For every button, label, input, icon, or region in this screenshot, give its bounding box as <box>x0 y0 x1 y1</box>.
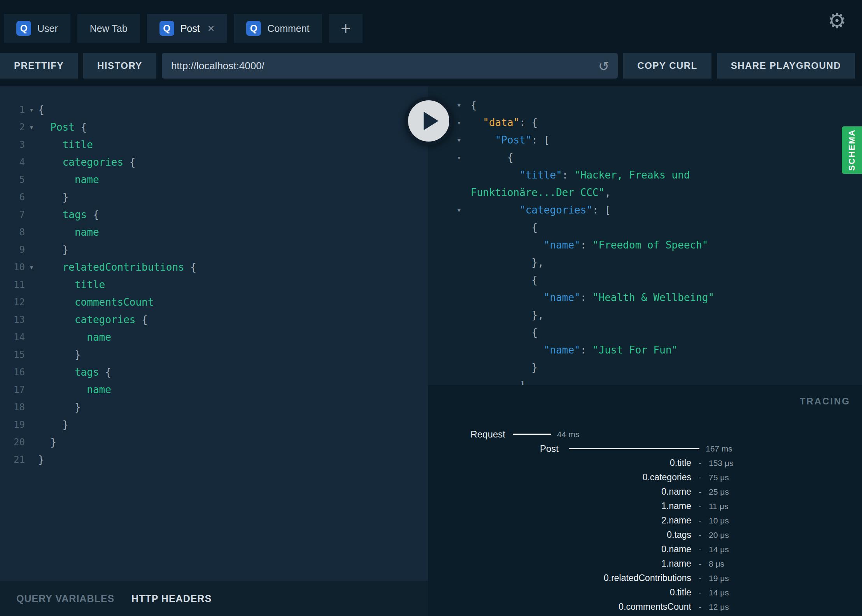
code-text: { <box>471 149 513 166</box>
trace-dash: - <box>699 528 701 542</box>
fold-arrow-icon[interactable]: ▾ <box>25 259 38 276</box>
copy-curl-button[interactable]: COPY CURL <box>623 53 711 79</box>
code-text: } <box>38 346 81 364</box>
settings-gear-icon[interactable]: ⚙ <box>828 10 846 31</box>
fold-arrow-icon[interactable]: ▾ <box>457 131 471 149</box>
query-editor-pane[interactable]: 1▾{2▾ Post {3 title4 categories {5 name6… <box>0 86 428 616</box>
trace-label: 0.title <box>670 585 691 600</box>
query-editor-line[interactable]: 3 title <box>0 136 428 154</box>
prettify-button[interactable]: PRETTIFY <box>0 53 78 79</box>
fold-spacer <box>25 311 38 329</box>
query-editor-line[interactable]: 5 name <box>0 171 428 189</box>
fold-spacer <box>25 294 38 311</box>
line-number: 21 <box>0 451 25 469</box>
query-editor-line[interactable]: 8 name <box>0 224 428 241</box>
line-number: 2 <box>0 119 25 136</box>
query-editor-line[interactable]: 2▾ Post { <box>0 119 428 136</box>
trace-dash: - <box>699 499 701 513</box>
trace-value: 44 ms <box>557 427 579 441</box>
fold-arrow-icon[interactable]: ▾ <box>25 101 38 119</box>
graphql-playground: Q User New Tab Q Post × Q Comment + ⚙ PR… <box>0 0 862 616</box>
request-toolbar: PRETTIFY HISTORY ↺ COPY CURL SHARE PLAYG… <box>0 53 855 79</box>
code-text: { <box>471 271 538 289</box>
query-editor-line[interactable]: 10▾ relatedContributions { <box>0 259 428 276</box>
query-editor-line[interactable]: 15 } <box>0 346 428 364</box>
line-number: 7 <box>0 206 25 224</box>
fold-spacer <box>457 271 471 289</box>
trace-value: 25 μs <box>709 485 729 499</box>
code-text: { <box>471 324 538 341</box>
tab-label: New Tab <box>90 23 128 34</box>
query-editor-line[interactable]: 11 title <box>0 276 428 294</box>
schema-tab-button[interactable]: SCHEMA <box>842 126 862 174</box>
trace-row: 0.name-25 μs <box>428 485 862 499</box>
query-editor-line[interactable]: 1▾{ <box>0 101 428 119</box>
reload-icon[interactable]: ↺ <box>598 58 610 74</box>
trace-dash: - <box>699 513 701 528</box>
fold-arrow-icon[interactable]: ▾ <box>457 114 471 131</box>
response-line: ▾ "categories": [ <box>428 201 862 219</box>
trace-row: 0.relatedContributions-19 μs <box>428 571 862 585</box>
fold-arrow-icon[interactable]: ▾ <box>457 149 471 166</box>
http-headers-tab[interactable]: HTTP HEADERS <box>131 593 212 604</box>
code-text: title <box>38 136 93 154</box>
fold-spacer <box>25 416 38 434</box>
tab-new-tab[interactable]: New Tab <box>77 14 140 43</box>
line-number: 15 <box>0 346 25 364</box>
fold-spacer <box>25 154 38 171</box>
trace-row: 0.commentsCount-12 μs <box>428 600 862 614</box>
query-editor-line[interactable]: 20 } <box>0 434 428 451</box>
trace-row: 0.categories-75 μs <box>428 470 862 485</box>
code-text: } <box>38 189 68 206</box>
history-button[interactable]: HISTORY <box>83 53 156 79</box>
endpoint-url-input[interactable] <box>171 60 593 72</box>
fold-arrow-icon[interactable]: ▾ <box>457 201 471 219</box>
query-editor-line[interactable]: 21} <box>0 451 428 469</box>
line-number: 17 <box>0 381 25 399</box>
trace-value: 75 μs <box>709 470 729 485</box>
query-editor-line[interactable]: 4 categories { <box>0 154 428 171</box>
tab-user[interactable]: Q User <box>4 14 70 43</box>
query-editor-line[interactable]: 16 tags { <box>0 364 428 381</box>
close-tab-icon[interactable]: × <box>208 22 215 35</box>
schema-tab-label: SCHEMA <box>847 129 857 171</box>
query-editor-line[interactable]: 6 } <box>0 189 428 206</box>
tab-post[interactable]: Q Post × <box>147 14 227 43</box>
share-playground-button[interactable]: SHARE PLAYGROUND <box>717 53 855 79</box>
response-viewer: ▾{▾ "data": {▾ "Post": [▾ { "title": "Ha… <box>428 86 862 385</box>
query-variables-tab[interactable]: QUERY VARIABLES <box>16 593 114 604</box>
trace-row: 0.title-14 μs <box>428 585 862 600</box>
query-editor-line[interactable]: 18 } <box>0 399 428 416</box>
add-tab-button[interactable]: + <box>329 14 363 43</box>
tab-comment[interactable]: Q Comment <box>234 14 322 43</box>
tracing-panel: TRACING Request44 msPost167 ms0.title-15… <box>428 385 862 616</box>
code-text: relatedContributions { <box>38 259 196 276</box>
fold-arrow-icon[interactable]: ▾ <box>457 96 471 114</box>
fold-spacer <box>457 254 471 271</box>
fold-spacer <box>25 346 38 364</box>
trace-dash: - <box>699 585 701 600</box>
query-editor-line[interactable]: 19 } <box>0 416 428 434</box>
query-editor-line[interactable]: 17 name <box>0 381 428 399</box>
trace-label: 0.commentsCount <box>618 600 691 614</box>
fold-spacer <box>25 399 38 416</box>
query-editor-line[interactable]: 13 categories { <box>0 311 428 329</box>
trace-value: 10 μs <box>709 513 729 528</box>
code-text: "data": { <box>471 114 538 131</box>
execute-query-button[interactable] <box>405 97 453 145</box>
response-line: "name": "Just For Fun" <box>428 341 862 359</box>
fold-spacer <box>457 184 471 201</box>
query-tab-icon: Q <box>16 21 31 36</box>
tracing-rows: Request44 msPost167 ms0.title-153 μs0.ca… <box>428 427 862 616</box>
fold-arrow-icon[interactable]: ▾ <box>25 119 38 136</box>
code-text: } <box>38 451 44 469</box>
query-editor-line[interactable]: 7 tags { <box>0 206 428 224</box>
response-line: "name": "Health & Wellbeing" <box>428 289 862 306</box>
query-editor-line[interactable]: 9 } <box>0 241 428 259</box>
query-editor-line[interactable]: 14 name <box>0 329 428 346</box>
endpoint-url-box: ↺ <box>162 53 618 79</box>
trace-dash: - <box>699 542 701 556</box>
query-editor-line[interactable]: 12 commentsCount <box>0 294 428 311</box>
fold-spacer <box>457 359 471 376</box>
code-text: commentsCount <box>38 294 154 311</box>
